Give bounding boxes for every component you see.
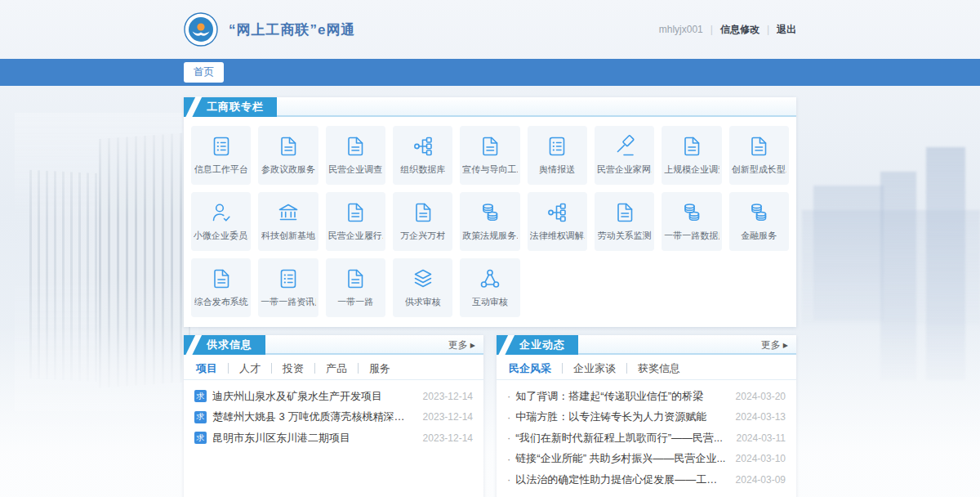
arrow-right-icon: ▶ (783, 342, 788, 349)
enterprise-news-more-link[interactable]: 更多 ▶ (761, 335, 788, 355)
module-label: 创新型成长型... (732, 163, 786, 176)
module-card[interactable]: 宣传与导向工... (460, 126, 519, 185)
enterprise-news-list: ·知了背调：搭建起“传递职业信任”的桥梁2024-03-20·中瑞方胜：以专注铸… (497, 380, 796, 490)
item-date: 2024-03-11 (737, 432, 786, 444)
module-card[interactable]: 一带一路数据库 (662, 192, 721, 251)
item-title: 链接“企业所能” 共助乡村振兴——民营企业... (515, 451, 725, 466)
bullet-icon: · (507, 473, 510, 486)
module-card[interactable]: 一带一路 (326, 258, 385, 317)
supply-demand-tabs: 项目人才投资产品服务 (184, 355, 483, 380)
database-icon (479, 201, 501, 224)
module-card[interactable]: 信息工作平台 (191, 126, 251, 185)
module-label: 上规模企业调查 (664, 163, 719, 176)
item-title: 昆明市东川区东川港二期项目 (212, 431, 413, 446)
person-check-icon (210, 201, 233, 224)
edit-info-link[interactable]: 信息修改 (720, 23, 760, 37)
supply-demand-header: 供求信息 更多 ▶ (184, 335, 483, 355)
module-card[interactable]: 民营企业履行... (326, 192, 385, 251)
news-list-item[interactable]: ·中瑞方胜：以专注铸专长为人力资源赋能2024-03-13 (507, 407, 786, 428)
supply-demand-list: 求迪庆州山泉水及矿泉水生产开发项目2023-12-14求楚雄州大姚县 3 万吨优… (184, 380, 483, 449)
news-tab-获奖信息[interactable]: 获奖信息 (627, 363, 691, 374)
username: mhlyjx001 (659, 24, 703, 35)
module-label: 民营企业履行... (328, 230, 383, 242)
supply-demand-panel: 供求信息 更多 ▶ 项目人才投资产品服务 求迪庆州山泉水及矿泉水生产开发项目20… (184, 335, 483, 497)
module-label: 政策法规服务... (462, 230, 517, 242)
right-cityscape-image (802, 141, 980, 390)
news-list-item[interactable]: ·以法治的确定性助力提信心促发展——工商联...2024-03-09 (507, 469, 786, 490)
supply-tab-服务[interactable]: 服务 (359, 363, 401, 374)
item-date: 2023-12-14 (423, 432, 473, 444)
news-list-item[interactable]: ·链接“企业所能” 共助乡村振兴——民营企业...2024-03-10 (507, 449, 786, 470)
demand-badge: 求 (194, 432, 207, 444)
emblem-logo-icon (184, 12, 218, 47)
news-tab-民企风采[interactable]: 民企风采 (506, 363, 563, 374)
doc-icon (613, 201, 636, 224)
more-label: 更多 (448, 338, 468, 352)
module-card[interactable]: 舆情报送 (528, 126, 587, 185)
item-title: 知了背调：搭建起“传递职业信任”的桥梁 (515, 389, 725, 404)
supply-list-item[interactable]: 求迪庆州山泉水及矿泉水生产开发项目2023-12-14 (194, 386, 473, 407)
module-card[interactable]: 民营企业家网... (595, 126, 654, 185)
module-card[interactable]: 参政议政服务 (258, 126, 318, 185)
nav-home-button[interactable]: 首页 (184, 62, 224, 83)
layers-icon (412, 267, 434, 290)
list-icon (277, 267, 300, 290)
module-card[interactable]: 小微企业委员... (191, 192, 251, 251)
doc-icon (680, 135, 703, 158)
module-label: 组织数据库 (400, 163, 445, 176)
enterprise-news-header: 企业动态 更多 ▶ (497, 335, 796, 355)
separator: | (767, 24, 769, 35)
module-label: 法律维权调解... (530, 230, 585, 242)
module-card[interactable]: 一带一路资讯库 (258, 258, 318, 317)
module-card[interactable]: 组织数据库 (393, 126, 452, 185)
module-card[interactable]: 民营企业调查 (326, 126, 385, 185)
doc-icon (210, 267, 233, 290)
left-building-image (23, 121, 190, 403)
module-card[interactable]: 政策法规服务... (460, 192, 519, 251)
news-list-item[interactable]: ·“我们在新时代新征程上凯歌而行”——民营...2024-03-11 (507, 428, 786, 449)
item-title: “我们在新时代新征程上凯歌而行”——民营... (515, 431, 726, 446)
supply-tab-产品[interactable]: 产品 (315, 363, 359, 374)
doc-icon (344, 135, 367, 158)
module-card[interactable]: 劳动关系监测 (595, 192, 654, 251)
item-date: 2024-03-20 (736, 391, 786, 402)
module-label: 互动审核 (472, 296, 508, 308)
supply-list-item[interactable]: 求楚雄州大姚县 3 万吨优质薄壳核桃精深加工及科...2023-12-14 (194, 407, 473, 428)
news-tab-企业家谈[interactable]: 企业家谈 (563, 363, 627, 374)
module-card[interactable]: 创新型成长型... (729, 126, 789, 185)
module-card[interactable]: 供求审核 (393, 258, 452, 317)
module-grid: 信息工作平台参政议政服务民营企业调查组织数据库宣传与导向工...舆情报送民营企业… (184, 117, 796, 327)
module-label: 参政议政服务 (261, 163, 315, 176)
module-card[interactable]: 上规模企业调查 (662, 126, 721, 185)
bullet-icon: · (507, 411, 510, 423)
module-card[interactable]: 法律维权调解... (528, 192, 587, 251)
module-card[interactable]: 互动审核 (460, 258, 519, 317)
bullet-icon: · (507, 390, 510, 402)
special-column-title: 工商联专栏 (184, 97, 277, 117)
news-list-item[interactable]: ·知了背调：搭建起“传递职业信任”的桥梁2024-03-20 (507, 386, 786, 407)
site-header: “网上工商联”e网通 mhlyjx001 | 信息修改 | 退出 (0, 0, 980, 59)
item-title: 以法治的确定性助力提信心促发展——工商联... (515, 472, 725, 487)
item-title: 中瑞方胜：以专注铸专长为人力资源赋能 (515, 410, 725, 424)
supply-tab-项目[interactable]: 项目 (194, 363, 229, 374)
module-card[interactable]: 金融服务 (729, 192, 789, 251)
module-card[interactable]: 综合发布系统 (191, 258, 251, 317)
list-icon (210, 135, 233, 158)
module-card[interactable]: 万企兴万村 (393, 192, 452, 251)
module-label: 民营企业家网... (597, 163, 652, 176)
doc-icon (344, 267, 367, 290)
bottom-panels: 供求信息 更多 ▶ 项目人才投资产品服务 求迪庆州山泉水及矿泉水生产开发项目20… (184, 335, 796, 497)
arrow-right-icon: ▶ (470, 342, 475, 349)
logout-link[interactable]: 退出 (777, 23, 796, 37)
database-icon (747, 201, 770, 224)
module-label: 供求审核 (405, 296, 441, 308)
supply-list-item[interactable]: 求昆明市东川区东川港二期项目2023-12-14 (194, 428, 473, 449)
module-label: 金融服务 (741, 230, 777, 242)
supply-tab-投资[interactable]: 投资 (272, 363, 315, 374)
supply-demand-more-link[interactable]: 更多 ▶ (448, 335, 475, 355)
enterprise-news-tabs: 民企风采企业家谈获奖信息 (497, 355, 796, 380)
supply-tab-人才[interactable]: 人才 (229, 363, 272, 374)
doc-icon (479, 135, 501, 158)
module-card[interactable]: 科技创新基地 (258, 192, 318, 251)
special-column-header: 工商联专栏 (184, 97, 796, 117)
